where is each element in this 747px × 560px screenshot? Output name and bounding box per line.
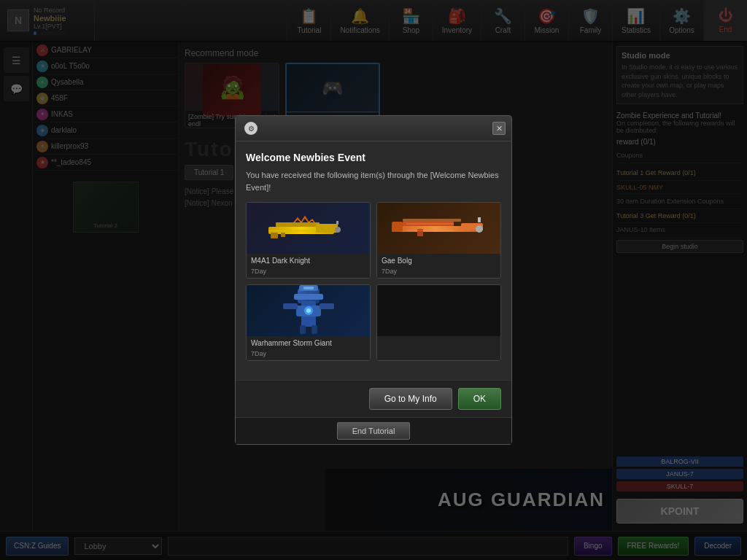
svg-rect-7 (336, 221, 338, 225)
svg-rect-22 (283, 303, 298, 309)
svg-rect-4 (271, 233, 278, 238)
modal-overlay: ⚙ ✕ Welcome Newbies Event You have recei… (0, 0, 747, 560)
gaeborg-name: Gae Bolg (377, 254, 500, 268)
gaeborg-image (377, 203, 500, 254)
svg-point-6 (335, 227, 341, 233)
modal-description: You have received the following item(s) … (246, 169, 501, 193)
svg-rect-17 (403, 219, 461, 222)
warhammer-name: Warhammer Storm Giant (247, 336, 370, 350)
item-card-m4a1: M4A1 Dark Knight 7Day (246, 202, 371, 279)
modal-footer: Go to My Info OK (236, 380, 511, 417)
gaeborg-gun-svg (388, 210, 490, 246)
m4a1-image (247, 203, 370, 254)
m4a1-name: M4A1 Dark Knight (247, 254, 370, 268)
welcome-event-modal: ⚙ ✕ Welcome Newbies Event You have recei… (235, 115, 512, 445)
svg-rect-23 (320, 303, 334, 309)
svg-rect-3 (316, 224, 338, 233)
svg-rect-2 (276, 222, 320, 227)
empty-label (377, 336, 500, 350)
steam-icon: ⚙ (244, 122, 258, 135)
svg-point-12 (476, 225, 483, 233)
svg-rect-13 (478, 217, 481, 222)
end-tutorial-bar: End Tutorial (236, 417, 511, 444)
warhammer-gun-svg (276, 285, 341, 336)
modal-title: Welcome Newbies Event (246, 152, 501, 163)
svg-point-25 (306, 308, 311, 313)
warhammer-image (247, 285, 370, 336)
item-card-warhammer: Warhammer Storm Giant 7Day (246, 284, 371, 361)
svg-rect-26 (300, 325, 306, 334)
svg-rect-5 (281, 233, 285, 237)
ok-button[interactable]: OK (458, 388, 501, 410)
item-grid: M4A1 Dark Knight 7Day (246, 202, 501, 361)
end-tutorial-button[interactable]: End Tutorial (337, 422, 411, 440)
svg-rect-11 (392, 222, 403, 232)
svg-rect-19 (294, 294, 323, 300)
empty-sublabel (377, 350, 500, 360)
modal-header: ⚙ ✕ (236, 116, 511, 141)
item-card-empty (376, 284, 501, 361)
empty-image (377, 285, 500, 336)
modal-close-button[interactable]: ✕ (492, 122, 506, 135)
modal-body: Welcome Newbies Event You have received … (236, 141, 511, 380)
svg-rect-27 (311, 325, 317, 334)
item-card-gaeborg: Gae Bolg 7Day (376, 202, 501, 279)
m4a1-gun-svg (265, 214, 352, 243)
warhammer-duration: 7Day (247, 350, 370, 360)
m4a1-duration: 7Day (247, 268, 370, 278)
gaeborg-duration: 7Day (377, 268, 500, 278)
goto-myinfo-button[interactable]: Go to My Info (369, 388, 452, 410)
svg-rect-29 (303, 287, 314, 289)
